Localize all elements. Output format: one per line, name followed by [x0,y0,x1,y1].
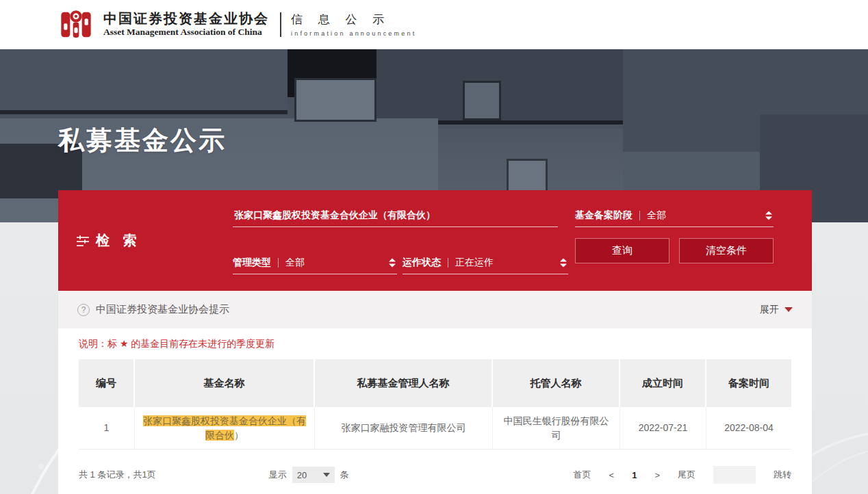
header-established: 成立时间 [620,359,706,407]
caret-down-icon [784,307,793,312]
results-section: 说明：标 ★ 的基金目前存在未进行的季度更新 编号 基金名称 私募基金管理人名称… [58,328,812,494]
cell-custodian: 中国民生银行股份有限公司 [493,407,620,450]
fund-name-highlight: 张家口聚鑫股权投资基金合伙企业（有限合伙 [143,415,306,441]
display-label: 显示 [269,469,287,481]
section-title-block: 信 息 公 示 information announcement [291,12,416,36]
header-manager: 私募基金管理人名称 [315,359,493,407]
chevron-updown-icon [389,259,396,268]
search-panel: 检 索 基金备案阶段 全部 管理类型 全部 运作状态 正在运作 [58,190,812,291]
chevron-updown-icon [765,211,772,220]
stage-filter-label: 基金备案阶段 [575,209,633,222]
page-size-group: 显示 20 条 [269,467,349,483]
page: 私募基金公示 中国证券投资基金业协会 Asset Management Asso… [0,0,868,494]
tips-text: 中国证券投资基金业协会提示 [96,303,229,316]
current-page[interactable]: 1 [632,470,637,480]
page-nav: 首页 < 1 > 尾页 跳转 [574,466,791,484]
cell-filed: 2022-08-04 [706,407,791,450]
header-fund-name: 基金名称 [135,359,315,407]
fund-name-link[interactable]: 张家口聚鑫股权投资基金合伙企业（有限合伙） [143,415,306,441]
section-name-cn: 信 息 公 示 [291,12,416,27]
cabinet-shape [463,81,501,120]
cell-established: 2022-07-21 [620,407,706,450]
field-divider [448,258,448,268]
cell-fund-name: 张家口聚鑫股权投资基金合伙企业（有限合伙） [135,407,315,450]
org-name-en: Asset Management Association of China [103,27,269,38]
next-page-button[interactable]: > [654,470,660,480]
expand-toggle[interactable]: 展开 [760,304,793,316]
caret-down-icon [323,473,330,477]
search-panel-label: 检 索 [77,231,142,250]
note-text: 说明：标 ★ 的基金目前存在未进行的季度更新 [79,338,791,350]
site-header: 中国证券投资基金业协会 Asset Management Association… [0,0,868,49]
content-column: 检 索 基金备案阶段 全部 管理类型 全部 运作状态 正在运作 [58,190,812,494]
search-label-text: 检 索 [96,231,142,250]
section-name-en: information announcement [291,30,416,37]
jump-page-input[interactable] [713,466,756,484]
header-filed: 备案时间 [706,359,791,407]
org-title-block: 中国证券投资基金业协会 Asset Management Association… [103,11,269,38]
prev-page-button[interactable]: < [609,470,615,480]
stage-filter-value: 全部 [647,209,666,222]
table-row: 1 张家口聚鑫股权投资基金合伙企业（有限合伙） 张家口家融投资管理有限公司 中国… [79,407,791,450]
chevron-updown-icon [560,259,567,268]
filter-icon [77,235,89,246]
clear-button[interactable]: 清空条件 [679,238,774,263]
jump-button[interactable]: 跳转 [774,469,791,481]
cabinet-shape [507,159,548,193]
amac-logo[interactable] [58,8,94,42]
type-filter-select[interactable]: 管理类型 全部 [233,252,397,274]
cabinet-shape [0,49,288,114]
cell-manager: 张家口家融投资管理有限公司 [315,407,493,450]
type-filter-label: 管理类型 [233,257,271,269]
first-page-button[interactable]: 首页 [574,469,591,481]
page-size-select[interactable]: 20 [292,467,335,483]
fund-name-input[interactable] [233,204,558,227]
page-title: 私募基金公示 [58,123,227,158]
question-icon: ? [77,304,90,316]
tips-bar: ? 中国证券投资基金业协会提示 展开 [58,291,812,328]
type-filter-value: 全部 [285,257,305,269]
cell-no: 1 [79,407,135,450]
org-name-cn: 中国证券投资基金业协会 [103,11,269,27]
fund-name-rest: ） [234,430,244,441]
last-page-button[interactable]: 尾页 [678,469,695,481]
record-summary: 共 1 条记录，共1页 [79,469,156,481]
stage-filter-select[interactable]: 基金备案阶段 全部 [575,204,774,227]
status-filter-select[interactable]: 运作状态 正在运作 [403,252,568,274]
header-no: 编号 [79,359,135,407]
status-filter-value: 正在运作 [455,257,494,269]
status-filter-label: 运作状态 [403,257,441,269]
header-divider [280,12,281,37]
table-header-row: 编号 基金名称 私募基金管理人名称 托管人名称 成立时间 备案时间 [79,359,791,407]
cabinet-shape [294,78,376,122]
field-divider [639,211,640,220]
query-button[interactable]: 查询 [575,238,669,263]
page-size-value: 20 [297,470,307,480]
pagination-bar: 共 1 条记录，共1页 显示 20 条 首页 < 1 > 尾页 跳转 [79,465,791,484]
expand-label: 展开 [760,304,779,316]
field-divider [278,258,279,268]
unit-label: 条 [340,469,349,481]
header-custodian: 托管人名称 [493,359,620,407]
fund-table: 编号 基金名称 私募基金管理人名称 托管人名称 成立时间 备案时间 1 张家口聚… [79,359,791,450]
